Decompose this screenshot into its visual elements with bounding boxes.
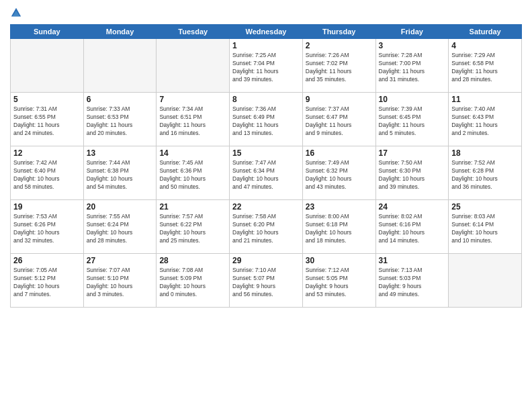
calendar-cell: 2Sunrise: 7:26 AM Sunset: 7:02 PM Daylig… <box>302 39 375 93</box>
day-number: 14 <box>159 148 226 158</box>
calendar-cell: 10Sunrise: 7:39 AM Sunset: 6:45 PM Dayli… <box>375 93 449 146</box>
calendar-cell: 8Sunrise: 7:36 AM Sunset: 6:49 PM Daylig… <box>230 93 303 146</box>
day-number: 2 <box>306 41 373 50</box>
day-info: Sunrise: 7:45 AM Sunset: 6:36 PM Dayligh… <box>159 159 226 191</box>
day-info: Sunrise: 7:05 AM Sunset: 5:12 PM Dayligh… <box>13 267 81 299</box>
calendar-cell: 13Sunrise: 7:44 AM Sunset: 6:38 PM Dayli… <box>83 146 157 200</box>
calendar-cell: 20Sunrise: 7:55 AM Sunset: 6:24 PM Dayli… <box>83 200 157 254</box>
calendar-cell: 31Sunrise: 7:13 AM Sunset: 5:03 PM Dayli… <box>375 254 449 308</box>
day-info: Sunrise: 8:02 AM Sunset: 6:16 PM Dayligh… <box>379 213 446 245</box>
week-row-5: 26Sunrise: 7:05 AM Sunset: 5:12 PM Dayli… <box>11 254 522 308</box>
day-info: Sunrise: 7:49 AM Sunset: 6:32 PM Dayligh… <box>306 159 373 191</box>
day-number: 18 <box>451 148 519 158</box>
day-number: 9 <box>306 95 373 104</box>
day-info: Sunrise: 7:26 AM Sunset: 7:02 PM Dayligh… <box>306 52 373 84</box>
calendar-cell: 28Sunrise: 7:08 AM Sunset: 5:09 PM Dayli… <box>157 254 230 308</box>
calendar-cell: 17Sunrise: 7:50 AM Sunset: 6:30 PM Dayli… <box>375 146 449 200</box>
weekday-sunday: Sunday <box>11 25 84 39</box>
day-number: 15 <box>232 148 300 158</box>
day-number: 17 <box>379 148 446 158</box>
day-number: 6 <box>87 95 154 104</box>
day-number: 13 <box>87 148 154 158</box>
day-number: 26 <box>13 256 81 265</box>
weekday-header-row: SundayMondayTuesdayWednesdayThursdayFrid… <box>11 25 522 39</box>
day-info: Sunrise: 7:33 AM Sunset: 6:53 PM Dayligh… <box>87 105 154 138</box>
logo <box>10 7 24 19</box>
day-info: Sunrise: 7:07 AM Sunset: 5:10 PM Dayligh… <box>87 267 154 299</box>
week-row-1: 1Sunrise: 7:25 AM Sunset: 7:04 PM Daylig… <box>11 39 522 93</box>
calendar-cell: 14Sunrise: 7:45 AM Sunset: 6:36 PM Dayli… <box>157 146 230 200</box>
calendar-cell: 11Sunrise: 7:40 AM Sunset: 6:43 PM Dayli… <box>449 93 522 146</box>
weekday-friday: Friday <box>375 25 449 39</box>
calendar-cell: 18Sunrise: 7:52 AM Sunset: 6:28 PM Dayli… <box>449 146 522 200</box>
calendar-cell <box>83 39 157 93</box>
calendar-cell: 25Sunrise: 8:03 AM Sunset: 6:14 PM Dayli… <box>449 200 522 254</box>
calendar-cell <box>11 39 84 93</box>
weekday-thursday: Thursday <box>302 25 375 39</box>
week-row-2: 5Sunrise: 7:31 AM Sunset: 6:55 PM Daylig… <box>11 93 522 146</box>
calendar-cell: 7Sunrise: 7:34 AM Sunset: 6:51 PM Daylig… <box>157 93 230 146</box>
calendar-table: SundayMondayTuesdayWednesdayThursdayFrid… <box>10 24 522 308</box>
day-info: Sunrise: 7:50 AM Sunset: 6:30 PM Dayligh… <box>379 159 446 191</box>
calendar-cell: 29Sunrise: 7:10 AM Sunset: 5:07 PM Dayli… <box>230 254 303 308</box>
calendar-cell: 23Sunrise: 8:00 AM Sunset: 6:18 PM Dayli… <box>302 200 375 254</box>
day-number: 12 <box>13 148 81 158</box>
day-number: 5 <box>13 95 81 104</box>
day-info: Sunrise: 7:13 AM Sunset: 5:03 PM Dayligh… <box>379 267 446 299</box>
day-info: Sunrise: 7:53 AM Sunset: 6:26 PM Dayligh… <box>13 213 81 245</box>
calendar-cell: 16Sunrise: 7:49 AM Sunset: 6:32 PM Dayli… <box>302 146 375 200</box>
page: SundayMondayTuesdayWednesdayThursdayFrid… <box>0 0 532 411</box>
day-number: 10 <box>379 95 446 104</box>
weekday-saturday: Saturday <box>449 25 522 39</box>
calendar-cell: 15Sunrise: 7:47 AM Sunset: 6:34 PM Dayli… <box>230 146 303 200</box>
day-number: 31 <box>379 256 446 265</box>
calendar-cell: 19Sunrise: 7:53 AM Sunset: 6:26 PM Dayli… <box>11 200 84 254</box>
day-number: 21 <box>159 202 226 212</box>
day-info: Sunrise: 7:31 AM Sunset: 6:55 PM Dayligh… <box>13 105 81 138</box>
day-number: 1 <box>232 41 300 50</box>
day-info: Sunrise: 7:58 AM Sunset: 6:20 PM Dayligh… <box>232 213 300 245</box>
day-number: 30 <box>306 256 373 265</box>
day-info: Sunrise: 7:37 AM Sunset: 6:47 PM Dayligh… <box>306 105 373 138</box>
calendar-cell: 12Sunrise: 7:42 AM Sunset: 6:40 PM Dayli… <box>11 146 84 200</box>
day-info: Sunrise: 7:52 AM Sunset: 6:28 PM Dayligh… <box>451 159 519 191</box>
day-info: Sunrise: 7:42 AM Sunset: 6:40 PM Dayligh… <box>13 159 81 191</box>
day-info: Sunrise: 7:55 AM Sunset: 6:24 PM Dayligh… <box>87 213 154 245</box>
weekday-wednesday: Wednesday <box>230 25 303 39</box>
day-number: 3 <box>379 41 446 50</box>
calendar-cell: 26Sunrise: 7:05 AM Sunset: 5:12 PM Dayli… <box>11 254 84 308</box>
calendar-cell: 1Sunrise: 7:25 AM Sunset: 7:04 PM Daylig… <box>230 39 303 93</box>
day-info: Sunrise: 7:08 AM Sunset: 5:09 PM Dayligh… <box>159 267 226 299</box>
day-number: 20 <box>87 202 154 212</box>
day-info: Sunrise: 8:03 AM Sunset: 6:14 PM Dayligh… <box>451 213 519 245</box>
day-info: Sunrise: 8:00 AM Sunset: 6:18 PM Dayligh… <box>306 213 373 245</box>
day-number: 7 <box>159 95 226 104</box>
day-info: Sunrise: 7:36 AM Sunset: 6:49 PM Dayligh… <box>232 105 300 138</box>
day-info: Sunrise: 7:40 AM Sunset: 6:43 PM Dayligh… <box>451 105 519 138</box>
calendar-cell: 6Sunrise: 7:33 AM Sunset: 6:53 PM Daylig… <box>83 93 157 146</box>
weekday-tuesday: Tuesday <box>157 25 230 39</box>
weekday-monday: Monday <box>83 25 157 39</box>
day-info: Sunrise: 7:25 AM Sunset: 7:04 PM Dayligh… <box>232 52 300 84</box>
day-number: 8 <box>232 95 300 104</box>
calendar-cell: 4Sunrise: 7:29 AM Sunset: 6:58 PM Daylig… <box>449 39 522 93</box>
logo-icon <box>10 7 22 19</box>
calendar-cell: 21Sunrise: 7:57 AM Sunset: 6:22 PM Dayli… <box>157 200 230 254</box>
day-info: Sunrise: 7:29 AM Sunset: 6:58 PM Dayligh… <box>451 52 519 84</box>
calendar-cell: 30Sunrise: 7:12 AM Sunset: 5:05 PM Dayli… <box>302 254 375 308</box>
day-number: 24 <box>379 202 446 212</box>
day-number: 11 <box>451 95 519 104</box>
day-info: Sunrise: 7:47 AM Sunset: 6:34 PM Dayligh… <box>232 159 300 191</box>
day-number: 16 <box>306 148 373 158</box>
day-number: 19 <box>13 202 81 212</box>
week-row-3: 12Sunrise: 7:42 AM Sunset: 6:40 PM Dayli… <box>11 146 522 200</box>
day-info: Sunrise: 7:12 AM Sunset: 5:05 PM Dayligh… <box>306 267 373 299</box>
day-info: Sunrise: 7:34 AM Sunset: 6:51 PM Dayligh… <box>159 105 226 138</box>
calendar-cell: 3Sunrise: 7:28 AM Sunset: 7:00 PM Daylig… <box>375 39 449 93</box>
calendar-cell: 5Sunrise: 7:31 AM Sunset: 6:55 PM Daylig… <box>11 93 84 146</box>
calendar-cell <box>449 254 522 308</box>
day-number: 29 <box>232 256 300 265</box>
day-info: Sunrise: 7:10 AM Sunset: 5:07 PM Dayligh… <box>232 267 300 299</box>
day-number: 28 <box>159 256 226 265</box>
day-info: Sunrise: 7:57 AM Sunset: 6:22 PM Dayligh… <box>159 213 226 245</box>
